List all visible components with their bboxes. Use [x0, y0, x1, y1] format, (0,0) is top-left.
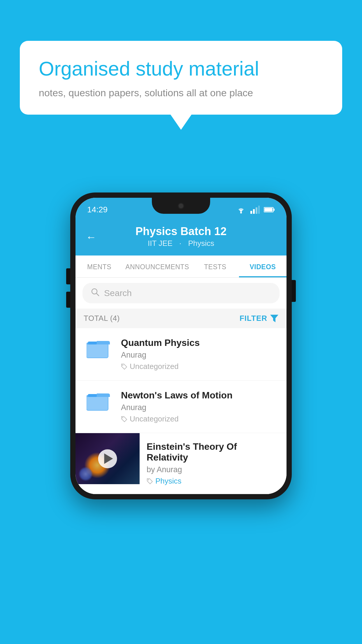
video-list: Quantum Physics Anurag Uncategorized — [75, 328, 287, 494]
tabs-bar: MENTS ANNOUNCEMENTS TESTS VIDEOS — [75, 256, 287, 278]
back-button[interactable]: ← — [86, 231, 96, 243]
folder-icon — [87, 339, 110, 359]
item-author-1: Anurag — [121, 351, 278, 360]
header-subtitle-part2: Physics — [188, 239, 214, 248]
search-icon — [91, 288, 99, 299]
tag-text-1: Uncategorized — [130, 362, 179, 371]
item-info-1: Quantum Physics Anurag Uncategorized — [121, 337, 278, 371]
folder-icon — [87, 391, 110, 412]
item-author-2: Anurag — [121, 403, 278, 412]
battery-icon — [264, 206, 275, 213]
phone-outer: 14:29 — [70, 192, 292, 499]
filter-icon — [270, 315, 278, 322]
item-author-3: by Anurag — [147, 465, 280, 474]
filter-button[interactable]: FILTER — [240, 314, 278, 323]
speech-bubble: Organised study material notes, question… — [20, 41, 342, 115]
tag-text-3: Physics — [155, 477, 182, 486]
search-input-wrapper[interactable]: Search — [82, 283, 280, 303]
item-title-1: Quantum Physics — [121, 337, 278, 348]
svg-point-13 — [122, 365, 123, 366]
item-thumbnail-1 — [84, 337, 113, 359]
einstein-thumbnail — [75, 433, 140, 484]
svg-point-16 — [122, 417, 123, 418]
item-title-2: Newton's Laws of Motion — [121, 390, 278, 401]
svg-rect-4 — [258, 206, 260, 214]
item-info-2: Newton's Laws of Motion Anurag Uncategor… — [121, 390, 278, 424]
status-time: 14:29 — [87, 205, 108, 214]
svg-rect-14 — [87, 395, 108, 410]
item-thumbnail-2 — [84, 390, 113, 412]
tag-icon — [147, 478, 153, 484]
speech-bubble-container: Organised study material notes, question… — [20, 41, 342, 115]
tab-announcements[interactable]: ANNOUNCEMENTS — [123, 256, 191, 277]
svg-rect-2 — [253, 209, 255, 214]
filter-label: FILTER — [240, 314, 267, 323]
tab-videos[interactable]: VIDEOS — [239, 256, 287, 277]
item-tag-2: Uncategorized — [121, 414, 278, 424]
tab-ments[interactable]: MENTS — [75, 256, 123, 277]
item-tag-1: Uncategorized — [121, 362, 278, 371]
item-title-3: Einstein's Theory Of Relativity — [147, 441, 280, 463]
item-tag-3: Physics — [147, 477, 280, 486]
svg-rect-15 — [88, 394, 97, 397]
svg-point-17 — [148, 479, 149, 480]
app-header: ← Physics Batch 12 IIT JEE · Physics — [75, 219, 287, 256]
tag-icon — [121, 416, 127, 422]
signal-icon — [250, 206, 260, 214]
tag-icon — [121, 363, 127, 370]
svg-rect-6 — [273, 209, 275, 211]
list-item[interactable]: Newton's Laws of Motion Anurag Uncategor… — [75, 381, 287, 433]
svg-point-0 — [240, 212, 242, 214]
header-subtitle-sep: · — [179, 239, 181, 248]
header-subtitle: IIT JEE · Physics — [86, 239, 276, 248]
thumb-glow2 — [78, 467, 93, 481]
header-title: Physics Batch 12 — [86, 225, 276, 238]
speech-bubble-title: Organised study material — [39, 57, 323, 81]
svg-rect-12 — [88, 342, 97, 344]
tag-text-2: Uncategorized — [130, 414, 179, 424]
speech-bubble-subtitle: notes, question papers, solutions all at… — [39, 87, 323, 99]
phone-notch — [152, 198, 210, 214]
header-subtitle-part1: IIT JEE — [148, 239, 173, 248]
filter-bar: TOTAL (4) FILTER — [75, 309, 287, 328]
list-item[interactable]: Quantum Physics Anurag Uncategorized — [75, 328, 287, 381]
svg-line-9 — [96, 293, 99, 296]
phone-container: 14:29 — [70, 192, 292, 499]
camera-notch — [178, 203, 184, 209]
search-placeholder: Search — [104, 288, 132, 298]
phone-screen: 14:29 — [75, 198, 287, 494]
search-container: Search — [75, 278, 287, 309]
wifi-icon — [236, 206, 246, 214]
svg-rect-3 — [256, 207, 257, 214]
play-triangle — [104, 454, 113, 464]
svg-marker-10 — [270, 315, 278, 322]
list-item[interactable]: Einstein's Theory Of Relativity by Anura… — [75, 433, 287, 494]
item-info-3: Einstein's Theory Of Relativity by Anura… — [140, 433, 287, 494]
tab-tests[interactable]: TESTS — [191, 256, 239, 277]
total-count: TOTAL (4) — [84, 314, 120, 323]
svg-rect-7 — [264, 208, 273, 211]
play-button[interactable] — [98, 449, 117, 468]
svg-rect-1 — [250, 211, 252, 214]
status-icons — [236, 206, 275, 214]
svg-rect-11 — [87, 343, 108, 358]
